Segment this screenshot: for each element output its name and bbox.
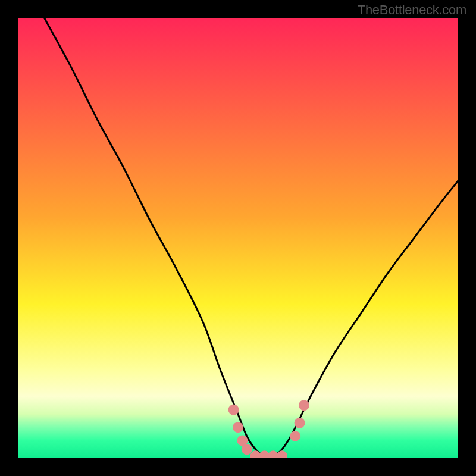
chart-frame: TheBottleneck.com <box>0 0 476 476</box>
marker-dot <box>228 405 239 415</box>
bottleneck-chart <box>18 18 458 458</box>
marker-dot <box>295 418 305 428</box>
plot-area <box>18 18 458 458</box>
marker-dot <box>290 431 300 441</box>
marker-dot <box>299 400 309 411</box>
marker-dot <box>242 444 252 455</box>
marker-dot <box>233 422 243 433</box>
watermark-text: TheBottleneck.com <box>358 2 466 18</box>
gradient-background <box>18 18 458 458</box>
